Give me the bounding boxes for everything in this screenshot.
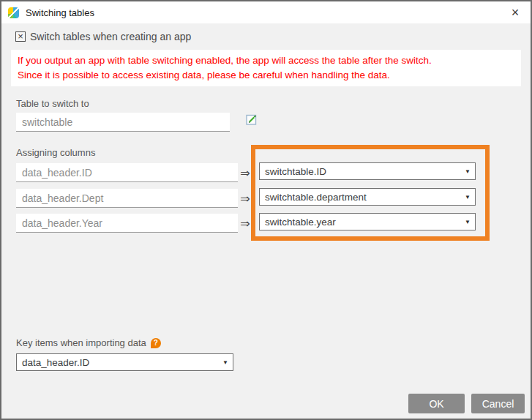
key-item-dropdown[interactable]: data_header.ID ▼ xyxy=(16,353,233,371)
target-column-value: switchtable.ID xyxy=(265,166,326,177)
target-column-value: switchtable.year xyxy=(265,217,336,228)
cancel-button[interactable]: Cancel xyxy=(471,394,525,413)
help-icon[interactable]: ? xyxy=(151,338,161,348)
key-item-value: data_header.ID xyxy=(22,357,89,368)
key-items-label-text: Key items when importing data xyxy=(16,337,146,348)
table-to-switch-input[interactable] xyxy=(16,113,230,132)
checkbox-icon[interactable]: × xyxy=(15,31,26,42)
arrow-right-icon: ⇒ xyxy=(239,217,252,230)
caret-down-icon: ▼ xyxy=(465,168,471,175)
source-column-input[interactable] xyxy=(16,214,238,233)
key-items-label: Key items when importing data ? xyxy=(16,337,161,348)
close-icon: × xyxy=(512,5,520,20)
checkbox-label: Switch tables when creating an app xyxy=(30,31,191,42)
table-to-switch-label: Table to switch to xyxy=(16,98,89,109)
switch-tables-checkbox[interactable]: × Switch tables when creating an app xyxy=(15,31,191,42)
assigning-columns-label: Assigning columns xyxy=(16,147,95,158)
target-column-dropdown[interactable]: switchtable.year ▼ xyxy=(259,213,476,230)
dialog-title: Switching tables xyxy=(26,7,94,18)
ok-button[interactable]: OK xyxy=(408,394,465,413)
app-logo-icon xyxy=(8,7,19,18)
warning-line-2: Since it is possible to access existing … xyxy=(18,68,514,83)
arrow-right-icon: ⇒ xyxy=(239,166,252,180)
checkbox-check-mark: × xyxy=(18,31,23,41)
warning-line-1: If you output an app with table switchin… xyxy=(18,53,514,68)
source-column-input[interactable] xyxy=(16,163,238,182)
close-button[interactable]: × xyxy=(506,4,524,21)
title-bar: Switching tables × xyxy=(1,1,531,23)
target-column-value: switchtable.department xyxy=(265,192,367,203)
source-column-input[interactable] xyxy=(16,189,238,208)
caret-down-icon: ▼ xyxy=(222,359,228,366)
edit-table-icon[interactable] xyxy=(246,113,258,125)
warning-banner: If you output an app with table switchin… xyxy=(11,50,521,86)
target-column-dropdown[interactable]: switchtable.ID ▼ xyxy=(259,162,476,180)
switching-tables-dialog: Switching tables × × Switch tables when … xyxy=(0,0,532,420)
target-column-dropdown[interactable]: switchtable.department ▼ xyxy=(259,188,476,206)
caret-down-icon: ▼ xyxy=(465,194,471,200)
arrow-right-icon: ⇒ xyxy=(239,192,252,206)
caret-down-icon: ▼ xyxy=(465,219,471,225)
